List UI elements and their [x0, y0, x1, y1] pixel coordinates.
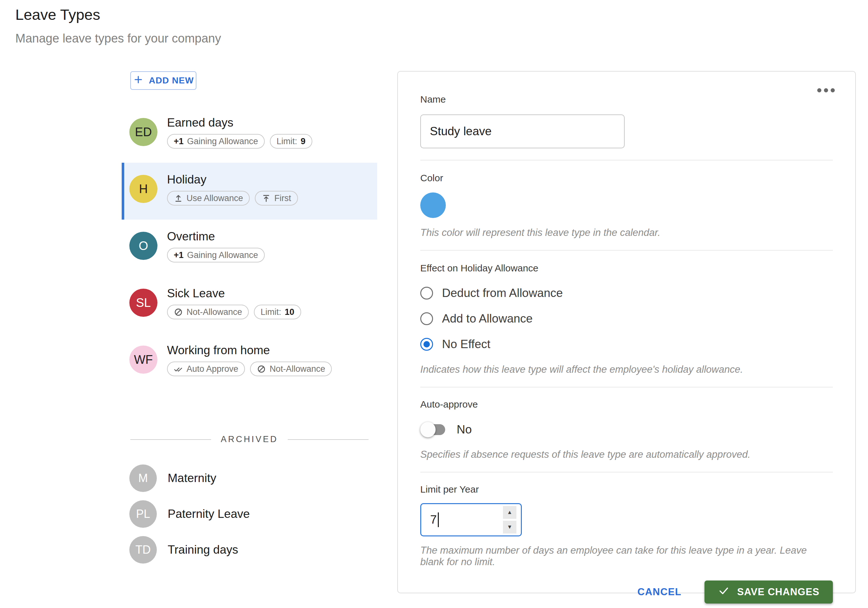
leave-type-rows: ED Earned days +1Gaining AllowanceLimit:…	[122, 106, 377, 390]
badge-text: Use Allowance	[186, 194, 243, 203]
radio-button[interactable]	[420, 287, 433, 300]
leave-type-badge: Use Allowance	[167, 191, 250, 205]
archived-section-label: ARCHIVED	[221, 434, 278, 444]
leave-type-name: Sick Leave	[167, 287, 301, 300]
archived-avatar: M	[129, 465, 157, 492]
leave-type-info: Overtime +1Gaining Allowance	[167, 227, 265, 277]
leave-type-badge: Not-Allowance	[250, 362, 332, 376]
page-subtitle: Manage leave types for your company	[16, 32, 221, 45]
check-icon	[718, 585, 729, 599]
name-input[interactable]	[420, 114, 625, 148]
divider-line	[288, 439, 369, 440]
archived-rows: M Maternity PL Paternity Leave TD Traini…	[122, 460, 377, 568]
radio-button[interactable]	[420, 338, 433, 351]
limit-field-label: Limit per Year	[420, 484, 833, 495]
leave-type-badge: +1Gaining Allowance	[167, 134, 265, 149]
auto-approve-helper-text: Specifies if absence requests of this le…	[420, 449, 833, 460]
archived-leave-type-name: Training days	[167, 543, 238, 557]
leave-type-row[interactable]: ED Earned days +1Gaining AllowanceLimit:…	[122, 106, 377, 163]
radio-option-label: Add to Allowance	[442, 312, 533, 325]
divider-line	[130, 439, 211, 440]
leave-type-list: ADD NEW ED Earned days +1Gaining Allowan…	[122, 71, 377, 568]
badge-text: Gaining Allowance	[187, 251, 258, 260]
archived-avatar: PL	[129, 500, 157, 528]
archived-leave-type-row[interactable]: PL Paternity Leave	[122, 496, 377, 532]
spinner-down-icon[interactable]: ▼	[503, 521, 516, 533]
arrow-up-from-bar-icon	[174, 194, 183, 203]
effect-radio-option[interactable]: Deduct from Allowance	[420, 286, 833, 300]
badge-text: Not-Allowance	[270, 365, 325, 373]
badge-text: 10	[285, 308, 294, 316]
leave-type-name: Holiday	[167, 173, 298, 187]
leave-type-badge: +1Gaining Allowance	[167, 248, 265, 263]
leave-type-badges: Use AllowanceFirst	[167, 191, 298, 205]
badge-text: First	[274, 194, 291, 203]
editor-actions: CANCEL SAVE CHANGES	[420, 580, 833, 603]
badge-text: Limit:	[260, 308, 281, 316]
save-changes-label: SAVE CHANGES	[737, 586, 820, 598]
leave-type-avatar: ED	[129, 118, 157, 146]
archived-leave-type-name: Maternity	[167, 471, 216, 485]
badge-text: 9	[301, 137, 305, 146]
leave-type-row[interactable]: SL Sick Leave Not-AllowanceLimit:10	[122, 277, 377, 333]
radio-option-label: Deduct from Allowance	[442, 286, 563, 300]
spinner-up-icon[interactable]: ▲	[503, 506, 516, 519]
slash-circle-icon	[257, 364, 266, 374]
effect-radio-option[interactable]: Add to Allowance	[420, 312, 833, 325]
color-helper-text: This color will represent this leave typ…	[420, 227, 833, 238]
auto-approve-row: No	[420, 422, 833, 437]
arrow-up-to-bar-icon	[262, 194, 271, 203]
archived-divider: ARCHIVED	[122, 434, 377, 444]
leave-type-avatar: H	[129, 175, 157, 203]
color-field-label: Color	[420, 173, 833, 183]
plus-icon	[133, 74, 144, 87]
cancel-button[interactable]: CANCEL	[636, 586, 684, 598]
leave-type-row[interactable]: H Holiday Use AllowanceFirst	[122, 163, 377, 219]
leave-type-info: Sick Leave Not-AllowanceLimit:10	[167, 284, 301, 333]
leave-type-avatar: WF	[129, 345, 157, 374]
effect-field-label: Effect on Holiday Allowance	[420, 263, 833, 274]
add-new-label: ADD NEW	[149, 75, 194, 86]
archived-avatar: TD	[129, 536, 157, 564]
leave-type-editor-panel: Name Color This color will represent thi…	[397, 71, 856, 593]
more-options-kebab-icon[interactable]	[815, 86, 837, 94]
section-divider	[420, 472, 833, 473]
leave-type-avatar: O	[129, 232, 157, 260]
radio-button[interactable]	[420, 312, 433, 325]
leave-type-badges: +1Gaining AllowanceLimit:9	[167, 134, 312, 149]
auto-approve-toggle[interactable]	[420, 422, 446, 437]
leave-type-badge: Limit:9	[270, 134, 312, 149]
leave-type-badge: First	[255, 191, 298, 205]
archived-leave-type-row[interactable]: TD Training days	[122, 532, 377, 568]
add-new-button[interactable]: ADD NEW	[130, 71, 197, 90]
auto-approve-value: No	[457, 423, 472, 436]
text-cursor	[438, 512, 439, 527]
color-swatch[interactable]	[420, 193, 446, 218]
double-check-icon	[174, 364, 183, 374]
leave-type-name: Earned days	[167, 116, 312, 129]
limit-per-year-input[interactable]: 7 ▲ ▼	[420, 503, 522, 536]
leave-type-name: Working from home	[167, 344, 332, 357]
archived-leave-type-name: Paternity Leave	[167, 507, 250, 521]
leave-type-badges: Not-AllowanceLimit:10	[167, 305, 301, 319]
leave-type-name: Overtime	[167, 230, 265, 243]
limit-value: 7	[430, 512, 439, 527]
leave-type-badge: Limit:10	[254, 305, 301, 319]
section-divider	[420, 387, 833, 387]
effect-radio-option[interactable]: No Effect	[420, 337, 833, 351]
number-spinner: ▲ ▼	[503, 506, 516, 533]
effect-helper-text: Indicates how this leave type will affec…	[420, 364, 833, 375]
toggle-knob[interactable]	[420, 422, 436, 437]
leave-type-avatar: SL	[129, 289, 157, 317]
leave-type-badge: Auto Approve	[167, 362, 245, 376]
badge-text: Gaining Allowance	[187, 137, 258, 146]
save-changes-button[interactable]: SAVE CHANGES	[704, 580, 833, 603]
leave-type-row[interactable]: O Overtime +1Gaining Allowance	[122, 219, 377, 277]
leave-type-info: Earned days +1Gaining AllowanceLimit:9	[167, 114, 312, 163]
auto-approve-field-label: Auto-approve	[420, 399, 833, 410]
radio-option-label: No Effect	[442, 337, 491, 351]
leave-type-badges: Auto ApproveNot-Allowance	[167, 362, 332, 376]
leave-type-row[interactable]: WF Working from home Auto ApproveNot-All…	[122, 333, 377, 390]
effect-radio-group: Deduct from Allowance Add to Allowance N…	[420, 286, 833, 351]
archived-leave-type-row[interactable]: M Maternity	[122, 460, 377, 496]
